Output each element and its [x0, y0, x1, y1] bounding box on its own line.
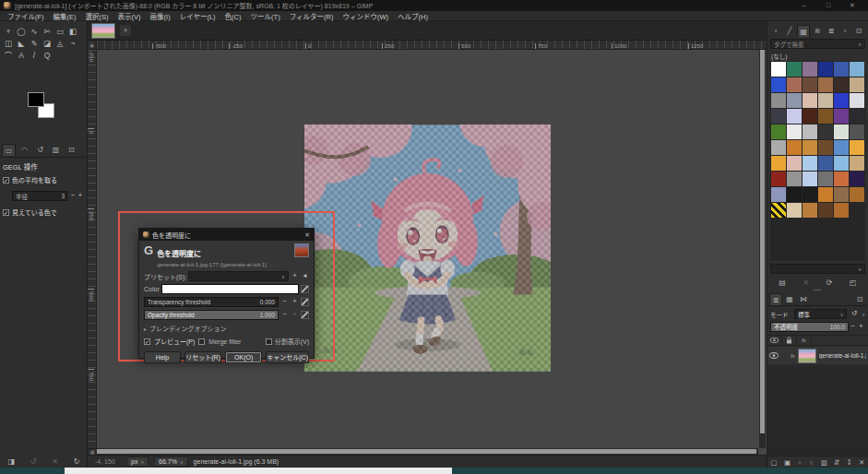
mode-switch-icon[interactable]: ↺ [849, 309, 860, 319]
delete-pattern-icon[interactable]: ✕ [803, 278, 809, 287]
edit-pattern-icon[interactable]: ▤ [779, 278, 786, 287]
color-swatch[interactable] [161, 284, 299, 294]
smudge-tool-icon[interactable]: ~ [66, 38, 79, 50]
menu-item[interactable]: フィルター(R) [285, 11, 339, 21]
pattern-swatch[interactable] [787, 187, 802, 202]
opacity-decrement-button[interactable]: − [849, 322, 857, 332]
paths-tab[interactable]: ⋈ [797, 293, 810, 305]
ok-button[interactable]: OK(O) [225, 351, 262, 363]
pattern-swatch[interactable] [787, 124, 802, 139]
rect-select-tool-icon[interactable]: ▭ [54, 26, 66, 38]
delete-icon[interactable]: ✕ [52, 457, 58, 466]
pattern-swatch[interactable] [771, 62, 786, 77]
close-button[interactable]: ✕ [840, 0, 864, 11]
zoom-select[interactable]: 66.7% ∨ [154, 456, 188, 467]
pattern-swatch[interactable] [787, 140, 802, 155]
radius-increment-button[interactable]: + [77, 191, 84, 201]
vertical-scrollbar-thumb[interactable] [760, 50, 765, 433]
raise-layer-button[interactable]: ∧ [797, 458, 803, 467]
pattern-swatch[interactable] [771, 124, 786, 139]
menu-item[interactable]: ウィンドウ(W) [338, 11, 393, 21]
sample-merged-option[interactable]: ✓ 見えている色で [3, 207, 84, 217]
checkbox-checked-icon[interactable]: ✓ [3, 177, 9, 184]
pattern-swatch[interactable] [787, 77, 802, 92]
pattern-swatch[interactable] [818, 77, 833, 92]
cancel-button[interactable]: キャンセル(C) [266, 351, 309, 363]
pattern-swatch[interactable] [803, 156, 817, 171]
pattern-swatch[interactable] [771, 156, 786, 171]
fonts-tab[interactable]: ≋ [811, 25, 824, 37]
pattern-swatch[interactable] [803, 109, 817, 124]
zoom-tool-icon[interactable]: Q [41, 50, 54, 62]
pattern-swatch[interactable] [803, 172, 817, 186]
increment-button[interactable]: + [291, 310, 299, 320]
device-status-tab[interactable]: ◠ [18, 144, 31, 156]
new-group-button[interactable]: ▣ [784, 458, 791, 467]
pattern-swatch[interactable] [803, 140, 817, 155]
menu-item[interactable]: 表示(V) [113, 11, 146, 21]
quick-mask-toggle[interactable]: ▦ [88, 448, 97, 455]
visibility-column-eye-icon[interactable] [767, 335, 782, 346]
pattern-swatch[interactable] [771, 93, 786, 108]
vertical-scrollbar[interactable] [759, 50, 766, 448]
increment-button[interactable]: + [291, 297, 299, 307]
pattern-swatch[interactable] [818, 124, 833, 139]
pattern-swatch[interactable] [834, 187, 849, 202]
pattern-swatch[interactable] [850, 140, 864, 155]
help-button[interactable]: Help [144, 351, 181, 363]
layers-tab[interactable]: ≣ [769, 293, 782, 305]
image-tab-thumbnail[interactable] [91, 23, 115, 39]
chevron-right-icon[interactable]: › [838, 25, 851, 37]
reset-icon[interactable] [301, 285, 309, 293]
add-preset-button[interactable]: + [291, 271, 299, 281]
layer-visibility-eye-icon[interactable] [769, 352, 779, 359]
free-select-tool-icon[interactable]: ∿ [28, 26, 41, 38]
pattern-swatch[interactable] [771, 109, 786, 124]
save-tool-preset-icon[interactable]: ◨ [7, 457, 15, 466]
pattern-name-combobox[interactable]: ∨ [770, 264, 865, 274]
pattern-swatch[interactable] [834, 77, 849, 92]
layer-row[interactable]: fx generate-ai-loli-1.jpg [767, 347, 868, 365]
paths-tool-icon[interactable]: ⌒ [2, 50, 15, 62]
pattern-swatch[interactable] [803, 124, 817, 139]
ink-tool-icon[interactable]: / [28, 50, 41, 62]
pattern-swatch[interactable] [771, 77, 786, 92]
undo-icon[interactable]: ↺ [30, 457, 37, 466]
open-pattern-icon[interactable]: ◰ [850, 278, 857, 287]
pattern-swatch[interactable] [850, 62, 864, 77]
clone-tool-icon[interactable]: ◬ [54, 38, 66, 50]
opacity-increment-button[interactable]: + [857, 322, 865, 332]
effects-column-label[interactable]: fx [797, 335, 812, 346]
pattern-swatch[interactable] [787, 203, 802, 218]
horizontal-scrollbar[interactable] [97, 448, 758, 455]
tab-menu-icon[interactable]: ⊡ [852, 25, 865, 37]
unit-select[interactable]: px ∨ [126, 456, 149, 467]
pattern-swatch[interactable] [850, 156, 864, 171]
pattern-swatch[interactable] [818, 93, 833, 108]
horizontal-ruler[interactable]: -500-250025050075010001250 [97, 41, 767, 50]
pattern-swatch[interactable] [834, 62, 849, 77]
split-view-checkbox[interactable] [266, 338, 272, 345]
text-tool-icon[interactable]: A [15, 50, 28, 62]
pattern-swatch[interactable] [787, 156, 802, 171]
decrement-button[interactable]: − [280, 297, 289, 307]
pattern-swatch[interactable] [834, 203, 849, 218]
document-history-tab[interactable]: ≣ [825, 25, 838, 37]
dock-resize-grip[interactable]: ••• [767, 288, 868, 292]
chevron-left-icon[interactable]: ‹ [769, 25, 782, 37]
pattern-swatch[interactable] [850, 187, 864, 202]
menu-item[interactable]: ヘルプ(H) [393, 11, 433, 21]
preset-combobox[interactable]: ∨ [188, 271, 289, 281]
average-color-option[interactable]: ✓ 色の平均を取る [3, 175, 84, 184]
menu-item[interactable]: ツール(T) [246, 11, 285, 21]
foreground-color-swatch[interactable] [28, 92, 44, 107]
pattern-swatch[interactable] [787, 62, 802, 77]
decrement-button[interactable]: − [280, 310, 289, 320]
undo-history-tab[interactable]: ↺ [33, 144, 47, 156]
scissors-select-tool-icon[interactable]: ✄ [41, 26, 54, 38]
pattern-swatch[interactable] [818, 187, 833, 202]
pattern-swatch[interactable] [850, 124, 864, 139]
pattern-swatch[interactable] [771, 140, 786, 155]
duplicate-layer-button[interactable]: ▥ [821, 458, 827, 467]
menu-item[interactable]: 画像(I) [146, 11, 175, 21]
